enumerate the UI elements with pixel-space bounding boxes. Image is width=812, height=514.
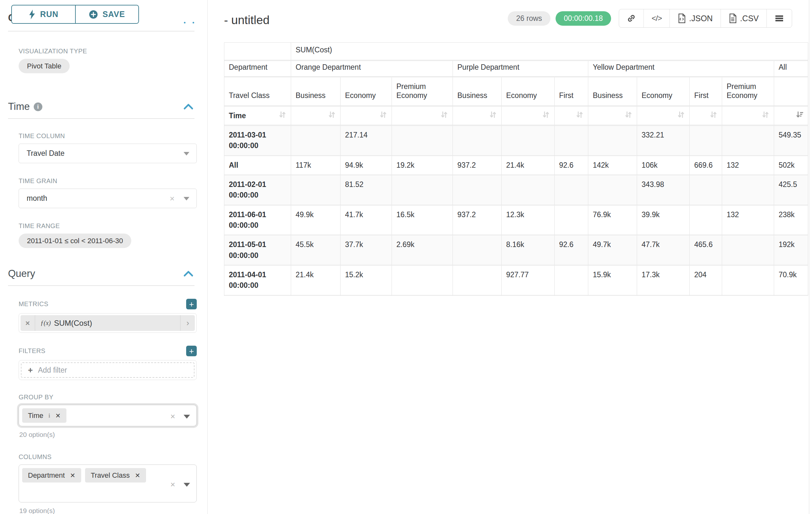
row-dimension-label: Department (224, 61, 291, 77)
cell (555, 175, 588, 206)
more-menu-button[interactable] (767, 9, 792, 27)
export-csv-button[interactable]: .CSV (721, 9, 767, 27)
view-query-button[interactable]: </> (644, 9, 670, 27)
cell: 70.9k (774, 266, 808, 296)
group-by-select[interactable]: Time i ✕ × (19, 405, 197, 426)
fx-icon: ƒ(x) (40, 319, 51, 327)
sort-toggle-icon[interactable] (762, 110, 769, 121)
travel-class-header-row: Travel Class BusinessEconomyPremium Econ… (224, 77, 808, 107)
viz-type-pill[interactable]: Pivot Table (19, 59, 70, 73)
travel-class-header-cell: Economy (637, 77, 690, 107)
cell: 17.3k (637, 266, 690, 296)
add-filter-plus-button[interactable]: + (186, 346, 197, 356)
sort-toggle-icon[interactable] (542, 110, 550, 121)
column-group-header: Purple Department (453, 61, 588, 77)
sort-toggle-icon[interactable] (576, 110, 583, 121)
tag-label: Time (28, 411, 43, 420)
cell: 132 (722, 206, 774, 236)
cell (722, 126, 774, 156)
sort-desc-active-icon[interactable] (795, 110, 803, 121)
time-column-select[interactable]: Travel Date (19, 143, 197, 163)
travel-class-header-cell: Premium Economy (722, 77, 774, 107)
time-range-pill[interactable]: 2011-01-01 ≤ col < 2011-06-30 (19, 234, 131, 248)
filters-container: + Add filter (19, 360, 197, 380)
sortable-column-header (722, 107, 774, 126)
scrollbar-track[interactable] (809, 0, 809, 514)
cell (453, 236, 502, 266)
add-filter-label: Add filter (38, 366, 67, 375)
group-by-options-hint: 20 option(s) (19, 431, 207, 438)
travel-class-header-cell: Economy (341, 77, 392, 107)
travel-class-header-cell: Economy (502, 77, 555, 107)
cell (555, 206, 588, 236)
columns-tag: Department ✕ (22, 468, 81, 483)
export-json-button[interactable]: .JSON (670, 9, 721, 27)
info-icon: i (34, 103, 42, 111)
travel-class-header-cell: Business (453, 77, 502, 107)
chevron-up-icon[interactable] (183, 270, 194, 277)
sort-toggle-icon[interactable] (625, 110, 632, 121)
row-label: 2011-02-01 00:00:00 (224, 175, 291, 206)
chart-area: - untitled 26 rows 00:00:00.18 </> (208, 0, 812, 514)
cell: 8.16k (502, 236, 555, 266)
chevron-up-icon[interactable] (183, 103, 194, 110)
cell: 937.2 (453, 156, 502, 175)
time-section-title: Time (8, 101, 30, 112)
remove-metric-icon[interactable]: × (21, 315, 35, 331)
cell (722, 266, 774, 296)
add-filter-button[interactable]: + Add filter (21, 362, 195, 378)
cell: 142k (588, 156, 637, 175)
sorted-column-header (774, 107, 808, 126)
clear-icon[interactable]: × (170, 193, 175, 204)
travel-class-header-cell: First (690, 77, 722, 107)
sort-toggle-icon[interactable] (489, 110, 497, 121)
time-grain-select[interactable]: month × (19, 189, 197, 208)
cell: 41.7k (341, 206, 392, 236)
cell: 192k (774, 236, 808, 266)
remove-tag-icon[interactable]: ✕ (55, 412, 61, 420)
run-button[interactable]: RUN (12, 5, 75, 23)
cell: 669.6 (690, 156, 722, 175)
cell: 16.5k (392, 206, 453, 236)
sort-toggle-icon[interactable] (279, 110, 286, 121)
add-metric-button[interactable]: + (186, 299, 197, 309)
row-label: 2011-06-01 00:00:00 (224, 206, 291, 236)
sort-toggle-icon[interactable] (328, 110, 336, 121)
share-link-button[interactable] (619, 9, 644, 27)
group-by-label: GROUP BY (19, 394, 207, 401)
sort-toggle-icon[interactable] (379, 110, 387, 121)
table-row: 2011-05-01 00:00:0045.5k37.7k2.69k8.16k9… (224, 236, 808, 266)
sort-toggle-icon[interactable] (440, 110, 448, 121)
save-button[interactable]: SAVE (75, 5, 138, 23)
cell: 2.69k (392, 236, 453, 266)
chevron-down-icon (183, 483, 190, 487)
sort-toggle-icon[interactable] (677, 110, 685, 121)
table-row: 2011-06-01 00:00:0049.9k41.7k16.5k937.21… (224, 206, 808, 236)
cell: 21.4k (502, 156, 555, 175)
chevron-right-icon[interactable]: › (180, 315, 195, 331)
remove-tag-icon[interactable]: ✕ (135, 471, 140, 479)
clear-icon[interactable]: × (170, 480, 175, 490)
hamburger-menu-icon (775, 15, 784, 22)
time-range-label: TIME RANGE (19, 222, 207, 230)
chevron-down-icon (183, 415, 190, 418)
cell (690, 126, 722, 156)
metric-pill[interactable]: × ƒ(x) SUM(Cost) › (21, 315, 195, 331)
metric-name: SUM(Cost) (54, 319, 92, 328)
remove-tag-icon[interactable]: ✕ (70, 471, 76, 479)
cell: 465.6 (690, 236, 722, 266)
cell: 927.77 (502, 266, 555, 296)
info-icon: i (49, 412, 50, 419)
sort-toggle-icon[interactable] (709, 110, 717, 121)
row-label: 2011-05-01 00:00:00 (224, 236, 291, 266)
clear-icon[interactable]: × (170, 411, 175, 422)
cell: 332.21 (637, 126, 690, 156)
columns-select[interactable]: Department ✕ Travel Class ✕ × (19, 464, 197, 503)
cell (392, 126, 453, 156)
cell (453, 175, 502, 206)
plus-circle-icon (89, 10, 98, 19)
columns-tag: Travel Class ✕ (85, 468, 146, 483)
chart-title[interactable]: - untitled (224, 13, 269, 27)
sortable-column-header (637, 107, 690, 126)
plus-icon: + (28, 365, 33, 375)
